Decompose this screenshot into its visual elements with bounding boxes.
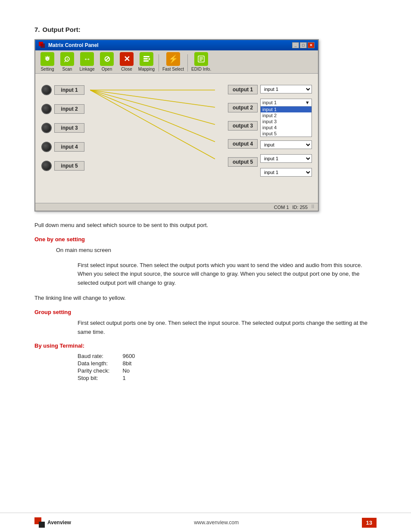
- toolbar: Setting Scan ↔ Linkage ⊘ Open: [35, 50, 318, 74]
- section-title: Output Port:: [43, 26, 81, 33]
- input-row-2: input 2: [41, 104, 90, 114]
- output-button-1[interactable]: output 1: [228, 85, 258, 94]
- titlebar: Matrix Control Panel _ □ ✕: [35, 40, 318, 50]
- toolbar-setting[interactable]: Setting: [39, 52, 56, 72]
- toolbar-linkage[interactable]: ↔ Linkage: [78, 52, 96, 72]
- toolbar-mapping[interactable]: Mapping: [138, 52, 155, 72]
- stop-bit-label: Stop bit:: [78, 374, 122, 382]
- toolbar-sep1: [159, 54, 159, 72]
- input-row-3: input 3: [41, 123, 90, 133]
- dropdown-1[interactable]: input 1 input 2 input 3 input 4 input 5: [260, 85, 312, 93]
- logo-icon: [34, 517, 45, 528]
- input-circle-4: [41, 142, 52, 152]
- matrix-body: input 1 input 2 input 3 input 4: [35, 74, 318, 203]
- svg-rect-2: [143, 56, 149, 57]
- input-button-3[interactable]: input 3: [54, 123, 84, 133]
- toolbar-edid-info[interactable]: EDID Info.: [191, 52, 211, 72]
- dropdown-row-4: input 1: [260, 154, 312, 163]
- stop-bit-row: Stop bit: 1: [78, 374, 148, 382]
- input-row-4: input 4: [41, 142, 90, 152]
- baud-rate-row: Baud rate: 9600: [78, 352, 148, 360]
- toolbar-fast-select-label: Fast Select: [162, 67, 184, 72]
- statusbar: COM 1 ID: 255 ⠿: [35, 203, 318, 211]
- mapping-icon: [140, 52, 153, 66]
- dd-item-input5[interactable]: input 5: [261, 131, 311, 137]
- svg-line-12: [90, 90, 215, 124]
- toolbar-mapping-label: Mapping: [138, 67, 155, 72]
- edid-icon: [194, 52, 208, 66]
- svg-line-11: [90, 90, 215, 107]
- dropdown-2-list: input 1 input 2 input 3 input 4 input 5: [261, 106, 311, 137]
- dropdown-2-header[interactable]: input 1 ▼: [261, 99, 311, 106]
- toolbar-close[interactable]: ✕ Close: [118, 52, 135, 72]
- dd-item-input4[interactable]: input 4: [261, 124, 311, 131]
- output-button-2[interactable]: output 2: [228, 103, 258, 112]
- toolbar-scan[interactable]: Scan: [59, 52, 76, 72]
- dd-item-input2[interactable]: input 2: [261, 112, 311, 118]
- maximize-button[interactable]: □: [300, 42, 307, 48]
- data-length-value: 8bit: [122, 360, 148, 367]
- group-setting-heading: Group setting: [34, 309, 377, 315]
- dropdown-4[interactable]: input 1: [260, 154, 312, 163]
- svg-line-13: [90, 90, 215, 142]
- terminal-table: Baud rate: 9600 Data length: 8bit Parity…: [78, 352, 148, 382]
- svg-line-14: [90, 90, 215, 159]
- scan-icon: [60, 52, 74, 66]
- toolbar-close-label: Close: [121, 67, 132, 72]
- dropdown-row-2: input 1 ▼ input 1 input 2 input 3 input …: [260, 99, 312, 137]
- toolbar-open[interactable]: ⊘ Open: [98, 52, 115, 72]
- connector-lines-area: [90, 81, 228, 175]
- toolbar-scan-label: Scan: [62, 67, 72, 72]
- svg-marker-5: [149, 58, 150, 60]
- setting-icon: [40, 52, 54, 66]
- open-icon: ⊘: [100, 52, 114, 66]
- toolbar-sep2: [187, 54, 188, 72]
- input-row-1: input 1: [41, 85, 90, 95]
- input-circle-3: [41, 123, 52, 133]
- close-button[interactable]: ✕: [308, 42, 314, 48]
- svg-rect-3: [143, 58, 148, 59]
- linkage-icon: ↔: [80, 52, 94, 66]
- data-length-label: Data length:: [78, 360, 122, 367]
- dropdown-row-3: input: [260, 140, 312, 149]
- toolbar-setting-label: Setting: [40, 67, 54, 72]
- section-number: 7.: [34, 26, 40, 33]
- input-circle-1: [41, 85, 52, 95]
- parity-check-value: No: [122, 367, 148, 374]
- input-button-1[interactable]: input 1: [54, 85, 84, 95]
- output-button-5[interactable]: output 5: [228, 157, 258, 167]
- output-button-3[interactable]: output 3: [228, 121, 258, 131]
- matrix-window: Matrix Control Panel _ □ ✕ Setting Scan: [34, 39, 319, 212]
- dropdown-2-selected: input 1: [262, 100, 277, 105]
- input-circle-2: [41, 104, 52, 114]
- baud-rate-value: 9600: [122, 352, 148, 360]
- inputs-column: input 1 input 2 input 3 input 4: [41, 81, 90, 171]
- linking-line-text: The linking line will change to yellow.: [34, 294, 377, 303]
- data-length-row: Data length: 8bit: [78, 360, 148, 367]
- toolbar-edid-label: EDID Info.: [191, 67, 211, 72]
- dropdown-3[interactable]: input: [260, 140, 312, 149]
- id-status: ID: 255: [293, 205, 308, 210]
- titlebar-app-icon: [39, 42, 46, 49]
- input-button-4[interactable]: input 4: [54, 142, 84, 152]
- com-status: COM 1: [274, 205, 289, 210]
- toolbar-fast-select[interactable]: ⚡ Fast Select: [162, 52, 184, 72]
- close-icon: ✕: [120, 52, 134, 66]
- logo-text: Avenview: [47, 520, 71, 526]
- parity-check-label: Parity check:: [78, 367, 122, 374]
- dropdown-5[interactable]: input 1: [260, 168, 312, 177]
- toolbar-open-label: Open: [102, 67, 112, 72]
- output-button-4[interactable]: output 4: [228, 139, 258, 149]
- one-by-one-heading: One by one setting: [34, 236, 377, 243]
- dd-item-input3[interactable]: input 3: [261, 118, 311, 124]
- dropdown-2-open[interactable]: input 1 ▼ input 1 input 2 input 3 input …: [260, 99, 312, 137]
- dropdown-row-1: input 1 input 2 input 3 input 4 input 5: [260, 85, 312, 93]
- svg-rect-4: [143, 60, 149, 62]
- fast-select-icon: ⚡: [166, 52, 180, 66]
- input-button-5[interactable]: input 5: [54, 161, 84, 171]
- minimize-button[interactable]: _: [292, 42, 299, 48]
- status-dots: ⠿: [311, 204, 314, 210]
- input-button-2[interactable]: input 2: [54, 104, 84, 114]
- dd-item-input1[interactable]: input 1: [261, 106, 311, 112]
- outputs-column: output 1 output 2 output 3 output 4 outp…: [228, 81, 258, 167]
